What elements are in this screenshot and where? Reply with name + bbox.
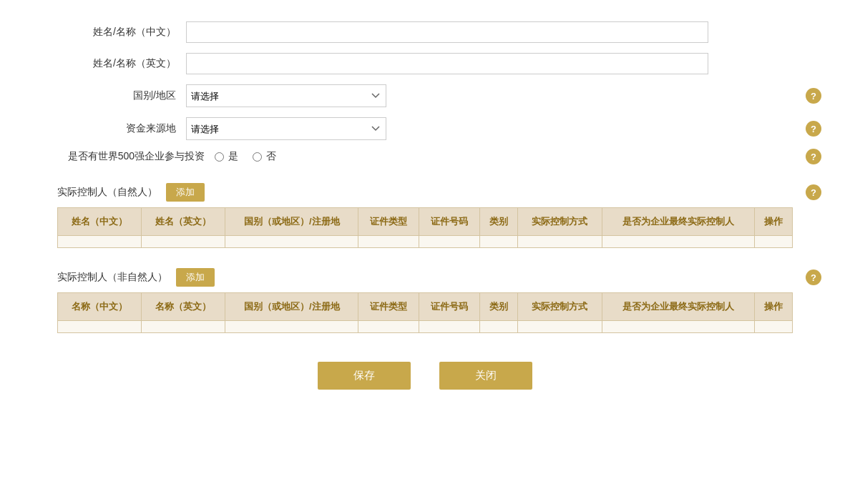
name-cn-input[interactable] [186, 21, 708, 43]
world500-radio-group: 是 否 [215, 150, 276, 163]
col-name-cn: 姓名（中文） [58, 208, 142, 236]
fund-source-row: 资金来源地 请选择 ? [57, 117, 793, 140]
country-label: 国别/地区 [57, 89, 186, 102]
col2-category: 类别 [480, 293, 518, 321]
country-select-wrapper: 请选择 [186, 84, 386, 107]
non-natural-person-table: 名称（中文） 名称（英文） 国别（或地区）/注册地 证件类型 证件号码 类别 实… [57, 292, 793, 333]
name-en-row: 姓名/名称（英文） [57, 53, 793, 74]
non-natural-person-title: 实际控制人（非自然人） [57, 271, 167, 284]
table-row [58, 236, 793, 248]
col2-name-en: 名称（英文） [142, 293, 225, 321]
radio-yes-label: 是 [228, 150, 238, 163]
col2-cert-type: 证件类型 [358, 293, 419, 321]
country-select[interactable]: 请选择 [186, 84, 386, 107]
non-natural-person-header: 实际控制人（非自然人） 添加 ? [57, 262, 793, 292]
radio-yes-item[interactable]: 是 [215, 150, 238, 163]
country-row: 国别/地区 请选择 ? [57, 84, 793, 107]
world500-label: 是否有世界500强企业参与投资 [57, 150, 215, 163]
world500-row: 是否有世界500强企业参与投资 是 否 ? [57, 150, 793, 163]
col-name-en: 姓名（英文） [142, 208, 225, 236]
fund-source-select-wrapper: 请选择 [186, 117, 386, 140]
fund-source-help-icon[interactable]: ? [806, 121, 821, 137]
radio-no-item[interactable]: 否 [253, 150, 276, 163]
form-section: 姓名/名称（中文） 姓名/名称（英文） 国别/地区 请选择 ? 资金来源地 请选… [57, 21, 793, 163]
non-natural-person-help-icon[interactable]: ? [806, 270, 821, 285]
radio-yes[interactable] [215, 152, 224, 162]
col-cert-no: 证件号码 [419, 208, 480, 236]
radio-no[interactable] [253, 152, 262, 162]
non-natural-person-add-button[interactable]: 添加 [176, 268, 215, 287]
name-en-label: 姓名/名称（英文） [57, 57, 186, 70]
col2-name-cn: 名称（中文） [58, 293, 142, 321]
col-category: 类别 [480, 208, 518, 236]
name-cn-row: 姓名/名称（中文） [57, 21, 793, 43]
name-en-input[interactable] [186, 53, 708, 74]
col-country: 国别（或地区）/注册地 [225, 208, 358, 236]
world500-help-icon[interactable]: ? [806, 149, 821, 164]
natural-person-help-icon[interactable]: ? [806, 184, 821, 200]
name-cn-label: 姓名/名称（中文） [57, 26, 186, 39]
save-button[interactable]: 保存 [318, 362, 411, 390]
col-operation: 操作 [754, 208, 792, 236]
natural-person-section: 实际控制人（自然人） 添加 ? 姓名（中文） 姓名（英文） 国别（或地区）/注册… [57, 177, 793, 248]
col-is-final-controller: 是否为企业最终实际控制人 [602, 208, 754, 236]
fund-source-select[interactable]: 请选择 [186, 117, 386, 140]
natural-person-title: 实际控制人（自然人） [57, 186, 157, 199]
non-natural-person-header-row: 名称（中文） 名称（英文） 国别（或地区）/注册地 证件类型 证件号码 类别 实… [58, 293, 793, 321]
page-container: 姓名/名称（中文） 姓名/名称（英文） 国别/地区 请选择 ? 资金来源地 请选… [0, 0, 850, 504]
close-button[interactable]: 关闭 [439, 362, 532, 390]
col-cert-type: 证件类型 [358, 208, 419, 236]
natural-person-add-button[interactable]: 添加 [166, 183, 205, 202]
button-row: 保存 关闭 [57, 362, 793, 390]
col2-country: 国别（或地区）/注册地 [225, 293, 358, 321]
fund-source-label: 资金来源地 [57, 122, 186, 135]
col2-is-final-controller: 是否为企业最终实际控制人 [602, 293, 754, 321]
radio-no-label: 否 [266, 150, 276, 163]
natural-person-header: 实际控制人（自然人） 添加 ? [57, 177, 793, 207]
natural-person-table: 姓名（中文） 姓名（英文） 国别（或地区）/注册地 证件类型 证件号码 类别 实… [57, 207, 793, 248]
natural-person-header-row: 姓名（中文） 姓名（英文） 国别（或地区）/注册地 证件类型 证件号码 类别 实… [58, 208, 793, 236]
col2-control-method: 实际控制方式 [518, 293, 602, 321]
non-natural-person-section: 实际控制人（非自然人） 添加 ? 名称（中文） 名称（英文） 国别（或地区）/注… [57, 262, 793, 333]
country-help-icon[interactable]: ? [806, 88, 821, 104]
col2-cert-no: 证件号码 [419, 293, 480, 321]
col-control-method: 实际控制方式 [518, 208, 602, 236]
table-row [58, 321, 793, 333]
col2-operation: 操作 [754, 293, 792, 321]
